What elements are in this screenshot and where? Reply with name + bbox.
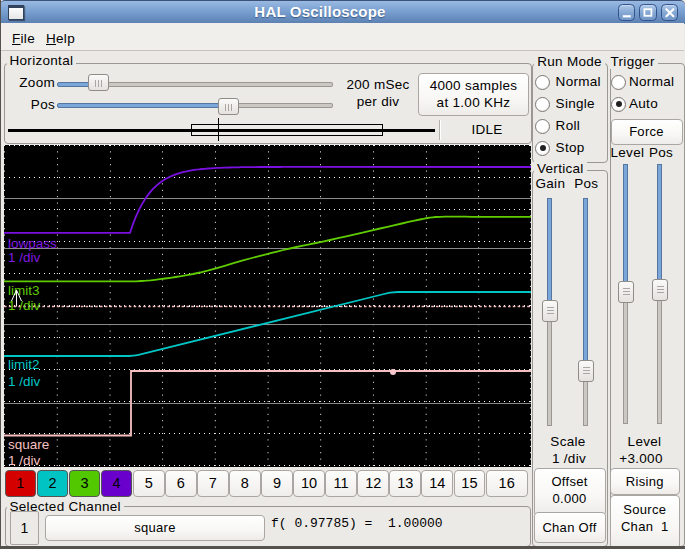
svg-text:limit3: limit3 (8, 283, 40, 298)
svg-text:square: square (8, 437, 49, 452)
svg-text:lowpass: lowpass (8, 236, 57, 251)
svg-text:1 /div: 1 /div (8, 453, 41, 467)
svg-text:1 /div: 1 /div (8, 298, 41, 313)
svg-text:1 /div: 1 /div (8, 374, 41, 389)
svg-text:1 /div: 1 /div (8, 250, 41, 265)
svg-text:limit2: limit2 (8, 357, 40, 372)
